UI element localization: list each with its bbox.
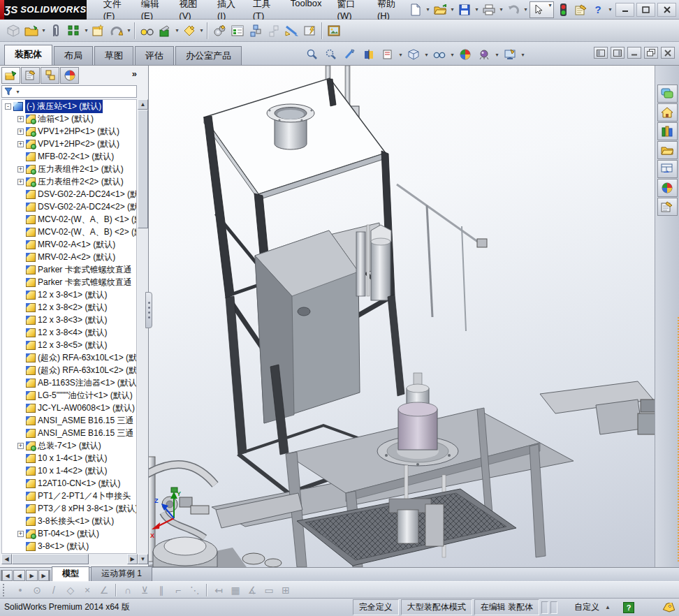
- prev-tab-button[interactable]: ◀: [13, 570, 25, 581]
- move-component-icon[interactable]: [108, 22, 126, 40]
- bill-of-materials-icon[interactable]: [228, 22, 247, 40]
- display-manager-tab[interactable]: [60, 67, 79, 84]
- tree-item[interactable]: ANSI_ASME B16.15 三通: [2, 414, 136, 427]
- apply-scene-icon[interactable]: [475, 45, 493, 64]
- assembly-features-icon[interactable]: [156, 22, 174, 40]
- tree-item[interactable]: + VPV1+2HP<1> (默认): [2, 125, 136, 138]
- tree-item[interactable]: (超众) RFA-63x10L<2> (默认): [2, 364, 136, 376]
- tree-item[interactable]: 10 x 1-4<2> (默认): [2, 464, 136, 477]
- tree-expander[interactable]: +: [17, 166, 24, 173]
- model-3d-hydraulic-station[interactable]: X Y Z: [149, 66, 655, 567]
- tree-item[interactable]: 12AT10-CN<1> (默认): [2, 477, 136, 490]
- tab-layout[interactable]: 布局: [54, 46, 93, 65]
- panel-splitter-handle[interactable]: [145, 292, 152, 328]
- tree-item[interactable]: + 油箱<1> (默认): [2, 112, 136, 125]
- tree-item[interactable]: + BT-04<1> (默认): [2, 527, 136, 540]
- scroll-thumb[interactable]: [138, 110, 148, 228]
- scroll-up-button[interactable]: ▲: [138, 99, 148, 110]
- linear-component-pattern-icon[interactable]: [65, 22, 83, 40]
- tree-item[interactable]: 12 x 3-8<4> (默认): [2, 326, 136, 339]
- sketch-tool-icon[interactable]: /: [46, 583, 61, 597]
- take-snapshot-icon[interactable]: [325, 22, 343, 40]
- next-tab-button[interactable]: ▶: [26, 570, 38, 581]
- view-orientation-sheet-icon[interactable]: [379, 45, 397, 64]
- reference-geometry-icon[interactable]: [180, 22, 198, 40]
- new-motion-study-icon[interactable]: [210, 22, 228, 40]
- tab-sketch[interactable]: 草图: [94, 46, 133, 65]
- app-restore-button[interactable]: [636, 3, 655, 17]
- sketch-tool-icon[interactable]: ⊻: [137, 583, 152, 597]
- tree-item[interactable]: 12 x 3-8<2> (默认): [2, 301, 136, 314]
- tree-item[interactable]: MCV-02-(W、A、B) <2> (默认): [2, 226, 136, 238]
- rebuild-traffic-light-icon[interactable]: [555, 2, 571, 17]
- tab-office-products[interactable]: 办公室产品: [175, 46, 242, 65]
- exploded-view-icon[interactable]: [247, 22, 265, 40]
- instant3d-icon[interactable]: [283, 22, 301, 40]
- tree-item[interactable]: + 压力表组件2<1> (默认): [2, 163, 136, 175]
- tree-item[interactable]: 3-8长接头<1> (默认): [2, 515, 136, 527]
- tree-vertical-scrollbar[interactable]: ▲ ▼: [138, 99, 148, 564]
- zoom-to-area-icon[interactable]: [322, 45, 340, 64]
- status-custom-caret-icon[interactable]: ▲: [605, 604, 611, 610]
- tree-expander[interactable]: +: [17, 531, 24, 537]
- tree-item[interactable]: MRV-02-A<2> (默认): [2, 251, 136, 263]
- panel-overflow-chevron[interactable]: »: [132, 68, 137, 79]
- file-explorer-icon[interactable]: [657, 141, 678, 159]
- first-tab-button[interactable]: ◀: [1, 570, 13, 581]
- property-manager-tab[interactable]: [21, 67, 40, 84]
- tree-item[interactable]: + 压力表组件2<2> (默认): [2, 175, 136, 188]
- previous-view-icon[interactable]: [341, 45, 359, 64]
- sketch-tool-icon[interactable]: ▦: [228, 583, 243, 597]
- sketch-tool-icon[interactable]: ▭: [261, 583, 277, 597]
- scroll-thumb-horizontal[interactable]: [12, 554, 89, 564]
- insert-component-icon[interactable]: [22, 22, 41, 40]
- filter-caret-icon[interactable]: ▾: [15, 89, 21, 95]
- tree-expander[interactable]: +: [17, 443, 24, 449]
- status-help-icon[interactable]: ?: [623, 602, 634, 613]
- zoom-to-fit-icon[interactable]: [303, 45, 321, 64]
- display-style-cube-icon[interactable]: [404, 45, 423, 64]
- tree-item[interactable]: Parker 卡套式锥螺纹直通: [2, 263, 136, 276]
- hide-show-items-glasses-icon[interactable]: [430, 45, 448, 64]
- tree-item[interactable]: MCV-02-(W、A、B) <1> (默认): [2, 213, 136, 226]
- sketch-tool-icon[interactable]: ⊞: [278, 583, 293, 597]
- tree-filter-bar[interactable]: ▾: [1, 85, 137, 98]
- scroll-right-button[interactable]: ▶: [127, 554, 138, 564]
- print-icon[interactable]: [481, 2, 497, 17]
- sketch-tool-icon[interactable]: •: [13, 583, 28, 597]
- smart-fasteners-icon[interactable]: [89, 22, 108, 40]
- tree-item[interactable]: PT1／2-PT1／4卜申接头: [2, 490, 136, 502]
- forum-icon[interactable]: [657, 85, 678, 103]
- sketch-tool-icon[interactable]: ↤: [211, 583, 226, 597]
- explode-line-sketch-icon[interactable]: [265, 22, 283, 40]
- section-view-icon[interactable]: [360, 45, 378, 64]
- scroll-left-button[interactable]: ◀: [1, 554, 12, 564]
- tab-assembly[interactable]: 装配体: [4, 45, 52, 65]
- tree-item[interactable]: MFB-02-2<1> (默认): [2, 150, 136, 163]
- view-settings-icon[interactable]: [501, 45, 519, 64]
- tree-item[interactable]: 12 x 3-8<3> (默认): [2, 314, 136, 326]
- tree-item[interactable]: 12 x 3-8<5> (默认): [2, 339, 136, 351]
- tree-expander[interactable]: +: [17, 141, 24, 147]
- tab-evaluate[interactable]: 评估: [135, 46, 174, 65]
- view-palette-icon[interactable]: [657, 160, 678, 178]
- sketch-tool-icon[interactable]: ∠: [96, 583, 112, 597]
- open-icon[interactable]: [432, 2, 448, 17]
- tree-item[interactable]: JC-YL-AW0608<1> (默认): [2, 402, 136, 414]
- motion-study-tab[interactable]: 运动算例 1: [91, 566, 152, 581]
- doc-restore-button[interactable]: [644, 47, 658, 59]
- last-tab-button[interactable]: ▶: [38, 570, 50, 581]
- tree-item[interactable]: DSV-G02-2A-DC24<1> (默认): [2, 188, 136, 200]
- sketch-tool-icon[interactable]: ∩: [120, 583, 136, 597]
- tree-item[interactable]: 10 x 1-4<1> (默认): [2, 452, 136, 464]
- undo-icon[interactable]: [505, 2, 522, 17]
- model-tab[interactable]: 模型: [52, 566, 89, 581]
- design-library-icon[interactable]: [657, 122, 678, 140]
- sketch-tool-icon[interactable]: ×: [80, 583, 95, 597]
- toolbar-drag-handle[interactable]: [3, 584, 7, 596]
- tree-item[interactable]: 12 x 3-8<1> (默认): [2, 288, 136, 301]
- tree-item[interactable]: AB-1163S注油器<1> (默认): [2, 376, 136, 389]
- doc-close-button[interactable]: [661, 47, 675, 59]
- tree-item[interactable]: - (-) 液压站<1> (默认): [2, 100, 136, 112]
- mate-paperclip-icon[interactable]: [47, 22, 65, 40]
